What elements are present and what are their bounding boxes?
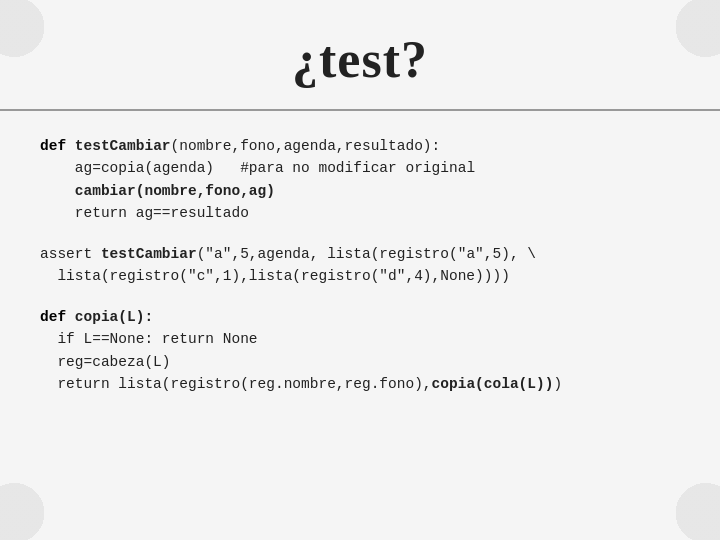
slide-title: ¿test? [40,30,680,89]
code-block-copia: def copia(L): if L==None: return None re… [40,306,680,396]
content-section: def testCambiar(nombre,fono,agenda,resul… [0,111,720,540]
gap-2 [40,288,680,306]
title-section: ¿test? [0,0,720,111]
code-block-assert: assert testCambiar("a",5,agenda, lista(r… [40,243,680,288]
gap-1 [40,225,680,243]
code-block-testcambiar: def testCambiar(nombre,fono,agenda,resul… [40,135,680,225]
slide: ¿test? def testCambiar(nombre,fono,agend… [0,0,720,540]
